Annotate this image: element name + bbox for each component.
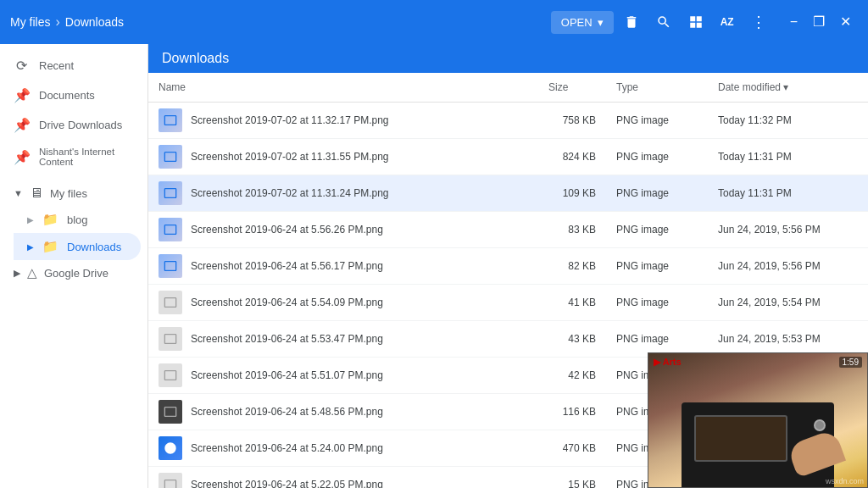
- title-bar: My files › Downloads OPEN ▾ AZ ⋮ − ❐ ✕: [0, 0, 868, 44]
- file-name: Screenshot 2019-06-24 at 5.56.26 PM.png: [191, 224, 383, 236]
- file-size: 43 KB: [538, 321, 606, 358]
- sidebar-item-nishant[interactable]: 📌 Nishant's Internet Content: [0, 140, 141, 174]
- file-size: 82 KB: [538, 248, 606, 285]
- blog-chevron: ▶: [27, 215, 34, 225]
- file-thumb: [159, 400, 182, 424]
- file-size: 824 KB: [538, 139, 606, 175]
- file-name: Screenshot 2019-06-24 at 5.56.17 PM.png: [191, 260, 383, 272]
- blog-folder-icon: 📁: [42, 212, 58, 227]
- file-name: Screenshot 2019-06-24 at 5.22.05 PM.png: [191, 479, 383, 488]
- more-icon: ⋮: [751, 13, 766, 31]
- file-size: 41 KB: [538, 285, 606, 321]
- file-thumb: [159, 108, 182, 132]
- my-files-children: ▶ 📁 blog ▶ 📁 Downloads: [0, 206, 147, 260]
- file-size: 109 KB: [538, 175, 606, 212]
- sidebar: ⟳ Recent 📌 Documents 📌 Drive Downloads 📌…: [0, 44, 148, 488]
- grid-view-button[interactable]: [682, 9, 710, 35]
- open-button[interactable]: OPEN ▾: [551, 11, 614, 34]
- file-size: 470 KB: [538, 430, 606, 467]
- breadcrumb-separator: ›: [55, 14, 59, 30]
- file-name: Screenshot 2019-06-24 at 5.53.47 PM.png: [191, 333, 383, 345]
- file-thumb: [159, 145, 182, 169]
- table-header: Name Size Type Date modified ▾: [148, 73, 868, 103]
- file-name: Screenshot 2019-07-02 at 11.32.17 PM.png: [191, 114, 389, 126]
- file-thumb: [159, 291, 182, 314]
- file-name: Screenshot 2019-07-02 at 11.31.24 PM.png: [191, 187, 389, 199]
- oven-window: [694, 415, 787, 462]
- delete-icon: [624, 14, 639, 30]
- sidebar-item-recent[interactable]: ⟳ Recent: [0, 51, 141, 80]
- file-thumb: [159, 254, 182, 278]
- my-files-section[interactable]: ▼ 🖥 My files: [0, 180, 147, 206]
- file-name: Screenshot 2019-06-24 at 5.48.56 PM.png: [191, 406, 383, 418]
- table-row[interactable]: Screenshot 2019-07-02 at 11.31.55 PM.png…: [148, 139, 868, 175]
- sort-icon: AZ: [721, 16, 734, 28]
- file-size: 116 KB: [538, 394, 606, 430]
- file-type: PNG image: [606, 285, 708, 321]
- close-button[interactable]: ✕: [833, 12, 858, 32]
- file-date: Jun 24, 2019, 5:54 PM: [708, 285, 868, 321]
- search-button[interactable]: [649, 9, 678, 35]
- file-size: 15 KB: [538, 467, 606, 489]
- minimize-button[interactable]: −: [783, 12, 804, 32]
- file-name: Screenshot 2019-07-02 at 11.31.55 PM.png: [191, 151, 389, 163]
- content-area: Downloads Name Size Type Date modified ▾…: [148, 44, 868, 488]
- table-row[interactable]: Screenshot 2019-06-24 at 5.56.26 PM.png …: [148, 212, 868, 248]
- file-type: PNG image: [606, 212, 708, 248]
- file-thumb: [159, 218, 182, 241]
- sidebar-item-documents[interactable]: 📌 Documents: [0, 80, 141, 110]
- file-type: PNG image: [606, 139, 708, 175]
- file-type: PNG image: [606, 175, 708, 212]
- video-content: ▶ Arts 1:59 wsxdn.com: [648, 353, 867, 487]
- file-name: Screenshot 2019-06-24 at 5.54.09 PM.png: [191, 297, 383, 308]
- file-date: Jun 24, 2019, 5:56 PM: [708, 248, 868, 285]
- sort-button[interactable]: AZ: [714, 11, 741, 33]
- col-header-date[interactable]: Date modified ▾: [708, 73, 868, 103]
- drive-downloads-icon: 📌: [14, 117, 29, 133]
- recent-icon: ⟳: [14, 58, 29, 74]
- google-drive-icon: △: [27, 265, 37, 280]
- file-size: 758 KB: [538, 103, 606, 139]
- sidebar-item-downloads[interactable]: ▶ 📁 Downloads: [14, 233, 141, 260]
- file-thumb: [159, 473, 182, 488]
- main-layout: ⟳ Recent 📌 Documents 📌 Drive Downloads 📌…: [0, 44, 868, 488]
- google-drive-chevron: ▶: [14, 268, 20, 279]
- downloads-chevron: ▶: [27, 242, 34, 252]
- downloads-folder-icon: 📁: [42, 239, 58, 254]
- file-size: 83 KB: [538, 212, 606, 248]
- file-name: Screenshot 2019-06-24 at 5.24.00 PM.png: [191, 442, 383, 454]
- breadcrumb-current: Downloads: [65, 15, 124, 29]
- table-row[interactable]: Screenshot 2019-06-24 at 5.54.09 PM.png …: [148, 285, 868, 321]
- table-row[interactable]: Screenshot 2019-07-02 at 11.32.17 PM.png…: [148, 103, 868, 139]
- google-drive-section[interactable]: ▶ △ Google Drive: [0, 260, 147, 286]
- file-list-container[interactable]: Name Size Type Date modified ▾ Screensho…: [148, 73, 868, 488]
- video-logo: ▶ Arts: [654, 357, 682, 368]
- window-controls: − ❐ ✕: [783, 12, 858, 32]
- more-options-button[interactable]: ⋮: [744, 8, 773, 36]
- breadcrumb-root[interactable]: My files: [10, 15, 50, 29]
- toolbar: OPEN ▾ AZ ⋮ − ❐ ✕: [551, 8, 858, 36]
- sidebar-item-blog[interactable]: ▶ 📁 blog: [14, 206, 141, 233]
- sidebar-item-drive-downloads[interactable]: 📌 Drive Downloads: [0, 110, 141, 140]
- delete-button[interactable]: [617, 9, 646, 35]
- table-row[interactable]: Screenshot 2019-06-24 at 5.56.17 PM.png …: [148, 248, 868, 285]
- watermark: wsxdn.com: [826, 477, 864, 485]
- grid-icon: [688, 14, 704, 30]
- section-header: Downloads: [148, 44, 868, 73]
- file-thumb: [159, 363, 182, 387]
- file-date: Today 11:31 PM: [708, 175, 868, 212]
- my-files-chevron-down: ▼: [14, 188, 23, 198]
- maximize-button[interactable]: ❐: [806, 12, 832, 32]
- video-preview: ▶ Arts 1:59 wsxdn.com: [648, 352, 868, 488]
- documents-icon: 📌: [14, 87, 29, 103]
- file-size: 42 KB: [538, 358, 606, 394]
- col-header-name[interactable]: Name: [148, 73, 538, 103]
- nishant-icon: 📌: [14, 149, 29, 165]
- col-header-size[interactable]: Size: [538, 73, 606, 103]
- file-name: Screenshot 2019-06-24 at 5.51.07 PM.png: [191, 369, 383, 381]
- file-type: PNG image: [606, 103, 708, 139]
- col-header-type[interactable]: Type: [606, 73, 708, 103]
- search-icon: [656, 14, 671, 30]
- table-row[interactable]: Screenshot 2019-07-02 at 11.31.24 PM.png…: [148, 175, 868, 212]
- open-dropdown-icon: ▾: [598, 16, 604, 29]
